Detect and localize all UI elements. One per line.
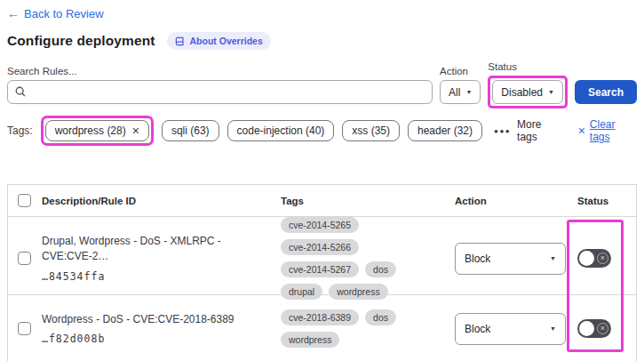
toggle-off-icon: × xyxy=(597,253,608,264)
back-to-review-link[interactable]: ← Back to Review xyxy=(7,7,104,20)
row-checkbox[interactable] xyxy=(18,252,31,265)
rule-tag: wordpress xyxy=(329,284,387,300)
action-filter-value: All xyxy=(449,86,460,99)
rule-id: …f82d008b xyxy=(42,333,259,345)
column-header-description: Description/Rule ID xyxy=(36,196,272,206)
rule-tag: cve-2014-5267 xyxy=(281,261,359,277)
toggle-knob xyxy=(579,321,594,336)
rule-tag: cve-2014-5265 xyxy=(281,217,359,233)
tag-filter-sqli-label: sqli (63) xyxy=(171,124,210,137)
select-all-checkbox[interactable] xyxy=(18,194,31,207)
rule-description: Drupal, Wordpress - DoS - XMLRPC - CVE:C… xyxy=(42,234,259,264)
back-link-label: Back to Review xyxy=(24,7,104,20)
action-filter-label: Action xyxy=(440,66,481,76)
rule-tag: cve-2018-6389 xyxy=(281,309,359,325)
row-checkbox[interactable] xyxy=(18,322,31,335)
rule-tags: cve-2018-6389 dos wordpress xyxy=(272,309,449,348)
clear-tags-label: Clear tags xyxy=(590,118,637,143)
column-header-status: Status xyxy=(569,196,636,206)
more-tags-button[interactable]: ●●● More tags xyxy=(494,118,563,143)
rule-description: Wordpress - DoS - CVE:CVE-2018-6389 xyxy=(42,312,259,327)
rule-tag: drupal xyxy=(281,284,322,300)
action-filter-dropdown[interactable]: All ▼ xyxy=(440,80,481,104)
rules-table: Description/Rule ID Tags Action Status D… xyxy=(7,184,637,361)
action-select[interactable]: Block ▼ xyxy=(455,313,566,345)
ellipsis-icon: ●●● xyxy=(494,127,511,135)
tag-filter-header-label: header (32) xyxy=(417,124,473,137)
rule-tag: wordpress xyxy=(281,332,339,348)
tags-bar-label: Tags: xyxy=(7,124,33,137)
chevron-down-icon: ▼ xyxy=(548,89,554,95)
status-filter-dropdown[interactable]: Disabled ▼ xyxy=(492,80,563,104)
search-input[interactable] xyxy=(7,80,433,104)
tag-filter-xss-label: xss (35) xyxy=(352,124,390,137)
back-arrow-icon: ← xyxy=(7,7,20,20)
rule-tags: cve-2014-5265 cve-2014-5266 cve-2014-526… xyxy=(272,217,449,300)
action-select[interactable]: Block ▼ xyxy=(455,243,566,275)
status-filter-value: Disabled xyxy=(501,86,543,99)
page-title: Configure deployment xyxy=(7,33,155,49)
tag-filter-code-injection-label: code-injection (40) xyxy=(237,124,325,137)
tag-filter-code-injection[interactable]: code-injection (40) xyxy=(227,120,335,141)
about-overrides-badge[interactable]: About Overrides xyxy=(167,32,270,50)
action-select-value: Block xyxy=(465,323,490,335)
about-overrides-label: About Overrides xyxy=(189,36,262,46)
tag-filter-wordpress-label: wordpress (28) xyxy=(55,124,126,137)
more-tags-label: More tags xyxy=(517,118,563,143)
rule-tag: dos xyxy=(365,309,396,325)
remove-tag-icon[interactable]: × xyxy=(132,124,139,137)
book-icon xyxy=(175,36,185,46)
rule-id: …84534ffa xyxy=(42,270,259,283)
tag-filter-wordpress[interactable]: wordpress (28) × xyxy=(45,120,149,141)
column-header-tags: Tags xyxy=(272,196,449,206)
column-header-action: Action xyxy=(449,196,569,206)
filter-bar: Search Rules... Action All ▼ Status xyxy=(7,61,637,104)
chevron-down-icon: ▼ xyxy=(550,325,556,332)
chevron-down-icon: ▼ xyxy=(465,89,472,95)
clear-tags-button[interactable]: × Clear tags xyxy=(578,118,637,143)
tags-bar: Tags: wordpress (28) × sqli (63) code-in… xyxy=(7,116,637,146)
rule-tag: cve-2014-5266 xyxy=(281,239,359,255)
configure-deployment-page: ← Back to Review Configure deployment Ab… xyxy=(0,0,644,361)
tag-filter-header[interactable]: header (32) xyxy=(408,120,482,141)
toggle-off-icon: × xyxy=(597,323,608,334)
tag-filter-sqli[interactable]: sqli (63) xyxy=(162,120,219,141)
title-row: Configure deployment About Overrides xyxy=(7,32,637,50)
status-filter-highlight: Disabled ▼ xyxy=(488,76,568,108)
clear-tags-x-icon: × xyxy=(578,124,585,137)
action-select-value: Block xyxy=(465,253,490,265)
search-button[interactable]: Search xyxy=(575,80,637,104)
status-filter-label: Status xyxy=(488,61,568,72)
wordpress-tag-highlight: wordpress (28) × xyxy=(41,116,154,146)
status-toggle[interactable]: × xyxy=(577,249,611,268)
table-row: Drupal, Wordpress - DoS - XMLRPC - CVE:C… xyxy=(8,217,636,295)
table-row: Wordpress - DoS - CVE:CVE-2018-6389 …f82… xyxy=(8,295,636,361)
table-header-row: Description/Rule ID Tags Action Status xyxy=(8,185,636,217)
toggle-knob xyxy=(579,251,594,266)
search-rules-label: Search Rules... xyxy=(7,66,433,76)
tag-filter-xss[interactable]: xss (35) xyxy=(342,120,400,141)
chevron-down-icon: ▼ xyxy=(550,255,556,261)
rule-tag: dos xyxy=(365,261,396,277)
status-toggle[interactable]: × xyxy=(577,319,611,338)
